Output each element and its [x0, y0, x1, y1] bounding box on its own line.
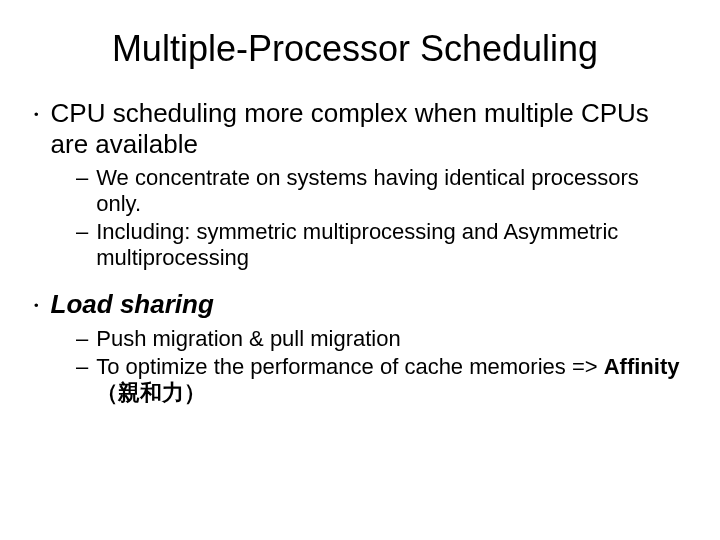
bullet-cpu-scheduling: • CPU scheduling more complex when multi…: [30, 98, 680, 159]
bullet-text: CPU scheduling more complex when multipl…: [51, 98, 680, 159]
bullet-text: Load sharing: [51, 289, 214, 320]
dash-icon: –: [76, 354, 88, 379]
dash-icon: –: [76, 219, 88, 244]
dash-icon: –: [76, 326, 88, 351]
bullet-dot-icon: •: [34, 107, 39, 122]
subbullet-push-pull-migration: – Push migration & pull migration: [76, 326, 680, 352]
bullet-dot-icon: •: [34, 298, 39, 313]
sublist-2: – Push migration & pull migration – To o…: [76, 326, 680, 406]
subbullet-affinity: – To optimize the performance of cache m…: [76, 354, 680, 406]
subbullet-text: Push migration & pull migration: [96, 326, 400, 352]
subbullet-symmetric-asymmetric: – Including: symmetric multiprocessing a…: [76, 219, 680, 271]
subbullet-identical-processors: – We concentrate on systems having ident…: [76, 165, 680, 217]
subbullet-text: Including: symmetric multiprocessing and…: [96, 219, 680, 271]
dash-icon: –: [76, 165, 88, 190]
slide-title: Multiple-Processor Scheduling: [30, 28, 680, 70]
sublist-1: – We concentrate on systems having ident…: [76, 165, 680, 271]
subbullet-text: To optimize the performance of cache mem…: [96, 354, 680, 406]
bullet-load-sharing: • Load sharing: [30, 289, 680, 320]
subbullet-text: We concentrate on systems having identic…: [96, 165, 680, 217]
